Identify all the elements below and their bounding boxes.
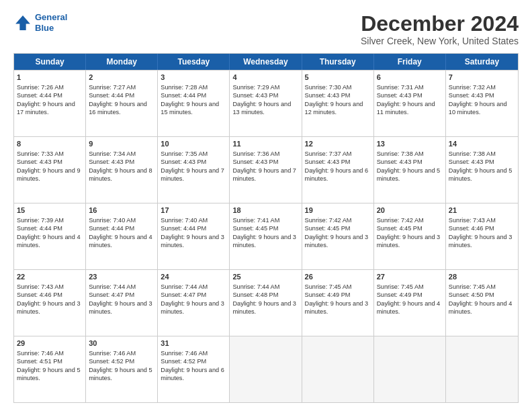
day-14: 14 Sunrise: 7:38 AMSunset: 4:43 PMDaylig…: [446, 137, 518, 203]
day-12: 12 Sunrise: 7:37 AMSunset: 4:43 PMDaylig…: [302, 137, 374, 203]
header-tuesday: Tuesday: [158, 54, 230, 70]
day-20: 20 Sunrise: 7:42 AMSunset: 4:45 PMDaylig…: [374, 203, 446, 269]
day-11: 11 Sunrise: 7:36 AMSunset: 4:43 PMDaylig…: [230, 137, 302, 203]
empty-cell-4: [446, 336, 518, 402]
day-13: 13 Sunrise: 7:38 AMSunset: 4:43 PMDaylig…: [374, 137, 446, 203]
logo-icon: [13, 13, 32, 32]
day-6: 6 Sunrise: 7:31 AMSunset: 4:43 PMDayligh…: [374, 71, 446, 136]
empty-cell-3: [374, 336, 446, 402]
day-25: 25 Sunrise: 7:44 AMSunset: 4:48 PMDaylig…: [230, 270, 302, 336]
day-1: 1 Sunrise: 7:26 AMSunset: 4:44 PMDayligh…: [14, 71, 86, 136]
empty-cell-1: [230, 336, 302, 402]
day-23: 23 Sunrise: 7:44 AMSunset: 4:47 PMDaylig…: [86, 270, 158, 336]
day-22: 22 Sunrise: 7:43 AMSunset: 4:46 PMDaylig…: [14, 270, 86, 336]
week-row-4: 22 Sunrise: 7:43 AMSunset: 4:46 PMDaylig…: [14, 269, 518, 336]
header-sunday: Sunday: [14, 54, 86, 70]
day-30: 30 Sunrise: 7:46 AMSunset: 4:52 PMDaylig…: [86, 336, 158, 402]
day-8: 8 Sunrise: 7:33 AMSunset: 4:43 PMDayligh…: [14, 137, 86, 203]
day-10: 10 Sunrise: 7:35 AMSunset: 4:43 PMDaylig…: [158, 137, 230, 203]
day-28: 28 Sunrise: 7:45 AMSunset: 4:50 PMDaylig…: [446, 270, 518, 336]
calendar: Sunday Monday Tuesday Wednesday Thursday…: [13, 53, 519, 403]
header-wednesday: Wednesday: [230, 54, 302, 70]
week-row-1: 1 Sunrise: 7:26 AMSunset: 4:44 PMDayligh…: [14, 70, 518, 136]
header-monday: Monday: [86, 54, 158, 70]
header: General Blue December 2024 Silver Creek,…: [13, 12, 519, 46]
day-21: 21 Sunrise: 7:43 AMSunset: 4:46 PMDaylig…: [446, 203, 518, 269]
day-9: 9 Sunrise: 7:34 AMSunset: 4:43 PMDayligh…: [86, 137, 158, 203]
day-24: 24 Sunrise: 7:44 AMSunset: 4:47 PMDaylig…: [158, 270, 230, 336]
empty-cell-2: [302, 336, 374, 402]
day-4: 4 Sunrise: 7:29 AMSunset: 4:43 PMDayligh…: [230, 71, 302, 136]
day-19: 19 Sunrise: 7:42 AMSunset: 4:45 PMDaylig…: [302, 203, 374, 269]
day-15: 15 Sunrise: 7:39 AMSunset: 4:44 PMDaylig…: [14, 203, 86, 269]
day-3: 3 Sunrise: 7:28 AMSunset: 4:44 PMDayligh…: [158, 71, 230, 136]
day-16: 16 Sunrise: 7:40 AMSunset: 4:44 PMDaylig…: [86, 203, 158, 269]
calendar-header: Sunday Monday Tuesday Wednesday Thursday…: [14, 54, 518, 70]
week-row-5: 29 Sunrise: 7:46 AMSunset: 4:51 PMDaylig…: [14, 336, 518, 402]
title-block: December 2024 Silver Creek, New York, Un…: [361, 12, 519, 46]
month-title: December 2024: [361, 12, 519, 36]
day-7: 7 Sunrise: 7:32 AMSunset: 4:43 PMDayligh…: [446, 71, 518, 136]
header-thursday: Thursday: [302, 54, 374, 70]
day-18: 18 Sunrise: 7:41 AMSunset: 4:45 PMDaylig…: [230, 203, 302, 269]
logo-text: General Blue: [35, 12, 67, 33]
day-31: 31 Sunrise: 7:46 AMSunset: 4:52 PMDaylig…: [158, 336, 230, 402]
day-5: 5 Sunrise: 7:30 AMSunset: 4:43 PMDayligh…: [302, 71, 374, 136]
header-saturday: Saturday: [446, 54, 518, 70]
day-2: 2 Sunrise: 7:27 AMSunset: 4:44 PMDayligh…: [86, 71, 158, 136]
svg-marker-0: [15, 15, 30, 30]
week-row-3: 15 Sunrise: 7:39 AMSunset: 4:44 PMDaylig…: [14, 203, 518, 269]
week-row-2: 8 Sunrise: 7:33 AMSunset: 4:43 PMDayligh…: [14, 136, 518, 203]
page: General Blue December 2024 Silver Creek,…: [0, 0, 532, 411]
calendar-body: 1 Sunrise: 7:26 AMSunset: 4:44 PMDayligh…: [14, 70, 518, 402]
day-26: 26 Sunrise: 7:45 AMSunset: 4:49 PMDaylig…: [302, 270, 374, 336]
day-29: 29 Sunrise: 7:46 AMSunset: 4:51 PMDaylig…: [14, 336, 86, 402]
header-friday: Friday: [374, 54, 446, 70]
location-title: Silver Creek, New York, United States: [361, 36, 519, 46]
day-17: 17 Sunrise: 7:40 AMSunset: 4:44 PMDaylig…: [158, 203, 230, 269]
logo: General Blue: [13, 12, 67, 33]
day-27: 27 Sunrise: 7:45 AMSunset: 4:49 PMDaylig…: [374, 270, 446, 336]
